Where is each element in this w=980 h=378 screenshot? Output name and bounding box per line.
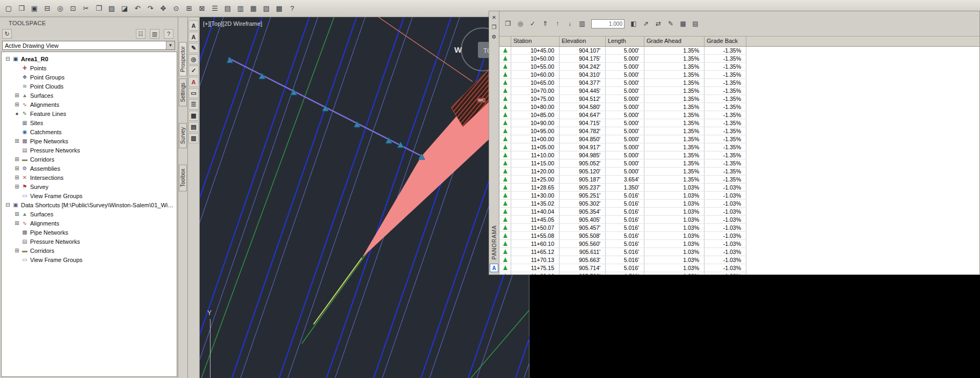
pan-button[interactable]: ✥	[157, 3, 169, 14]
table-row[interactable]: 10+70.00 904.445' 5.000' 1.35% -1.35%	[499, 87, 746, 95]
header-elevation[interactable]: Elevation	[560, 37, 606, 46]
save-button[interactable]: ▣	[28, 3, 40, 14]
expand-toggle-icon[interactable]: ⊟	[5, 202, 11, 208]
expand-toggle-icon[interactable]: ●	[14, 111, 20, 117]
tree-item[interactable]: ● ✎ Feature Lines	[2, 109, 177, 118]
tree-item[interactable]: ✚ Points	[2, 63, 177, 72]
active-drawing-view-dropdown[interactable]: Active Drawing View ▼	[2, 41, 175, 50]
drawing-viewport[interactable]: W TO [+][Top][2D Wireframe] WC Y	[200, 17, 529, 378]
table-row[interactable]: 11+50.07 905.457' 5.016' 1.03% -1.03%	[499, 224, 746, 232]
tab-settings[interactable]: Settings	[179, 78, 187, 106]
expand-toggle-icon[interactable]: ⊞	[14, 156, 20, 162]
expand-toggle-icon[interactable]: ⊞	[14, 184, 20, 190]
swap-button[interactable]: ⇄	[653, 18, 664, 29]
table-row[interactable]: 10+95.00 904.782' 5.000' 1.35% -1.35%	[499, 127, 746, 135]
justify-text-button[interactable]: ☰	[188, 99, 199, 110]
zoom-realtime-button[interactable]: ⊙	[170, 3, 182, 14]
sheetset-button[interactable]: ▦	[248, 3, 259, 14]
text-style-button[interactable]: A	[188, 77, 199, 87]
table-row[interactable]: 11+30.00 905.251' 5.016' 1.03% -1.03%	[499, 192, 746, 200]
redo-button[interactable]: ↷	[144, 3, 156, 14]
expand-toggle-icon[interactable]: ⊞	[14, 211, 20, 217]
tab-prospector[interactable]: Prospector	[179, 42, 187, 76]
table-row[interactable]: 11+28.65 905.237' 1.350' 1.03% -1.03%	[499, 184, 746, 192]
tab-survey[interactable]: Survey	[179, 123, 187, 148]
event-viewer-icon[interactable]: A	[490, 264, 498, 272]
table-row[interactable]: 11+55.08 905.508' 5.016' 1.03% -1.03%	[499, 232, 746, 240]
table-row[interactable]: 11+65.12 905.611' 5.016' 1.03% -1.03%	[499, 248, 746, 256]
tree-item[interactable]: ⊞ ▲ Surfaces	[2, 209, 177, 219]
chevron-down-icon[interactable]: ▼	[166, 41, 175, 49]
tree-item[interactable]: ▦ Sites	[2, 118, 177, 127]
table-row[interactable]: 10+85.00 904.647' 5.000' 1.35% -1.35%	[499, 111, 746, 119]
move-up-button[interactable]: ↑	[552, 18, 563, 29]
table-row[interactable]: 10+90.00 904.715' 5.000' 1.35% -1.35%	[499, 119, 746, 127]
match-properties-button[interactable]: ◪	[119, 3, 130, 14]
tree-item[interactable]: ⊞ ▩ Pipe Networks	[2, 136, 177, 146]
tree-item[interactable]: ◉ Catchments	[2, 127, 177, 136]
tree-item[interactable]: ≋ Point Clouds	[2, 82, 177, 91]
tree-item[interactable]: ▭ View Frame Groups	[2, 255, 177, 264]
table-row[interactable]: 11+35.02 905.302' 5.016' 1.03% -1.03%	[499, 200, 746, 208]
apply-button[interactable]: ✓	[527, 18, 538, 29]
designcenter-button[interactable]: ▤	[222, 3, 234, 14]
plot-button[interactable]: ⊟	[41, 3, 53, 14]
table-row[interactable]: 11+70.13 905.663' 5.016' 1.03% -1.03%	[499, 256, 746, 264]
mtext-button[interactable]: A	[188, 20, 199, 31]
undo-button[interactable]: ↶	[132, 3, 143, 14]
tab-toolbox[interactable]: Toolbox	[179, 164, 187, 191]
find-text-button[interactable]: ◎	[188, 54, 199, 64]
publish-button[interactable]: ⊡	[67, 3, 79, 14]
table-row[interactable]: 11+80.16 905.766' 1.511' 1.03% -1.03%	[499, 272, 746, 275]
table-row[interactable]: 10+50.00 904.175' 5.000' 1.35% -1.35%	[499, 55, 746, 63]
table-row[interactable]: 11+10.00 904.985' 5.000' 1.35% -1.35%	[499, 151, 746, 159]
select-grid-button[interactable]: ▦	[678, 18, 688, 29]
tree-item[interactable]: ⊞ ▬ Corridors	[2, 246, 177, 255]
table-row[interactable]: 10+45.00 904.107' 5.000' 1.35% -1.35%	[499, 47, 746, 55]
open-button[interactable]: ❒	[16, 3, 27, 14]
table-row[interactable]: 11+40.04 905.354' 5.016' 1.03% -1.03%	[499, 208, 746, 216]
single-line-text-button[interactable]: A	[188, 32, 199, 42]
table-button[interactable]: ▦	[188, 111, 199, 121]
expand-toggle-icon[interactable]: ⊟	[5, 56, 11, 62]
table-row[interactable]: 11+25.00 905.187' 3.654' 1.35% -1.35%	[499, 176, 746, 184]
zoom-to-button[interactable]: ◎	[515, 18, 526, 29]
tree-item[interactable]: ▩ Pipe Networks	[2, 228, 177, 237]
tree-item[interactable]: ⊞ ▲ Surfaces	[2, 91, 177, 100]
datalink-button[interactable]: ▥	[188, 133, 199, 143]
tree-item[interactable]: ⊞ ⚑ Survey	[2, 182, 177, 191]
tree-item[interactable]: ⊟ ▣ Area1_R0	[2, 54, 177, 63]
copy-to-clipboard-button[interactable]: ❐	[503, 18, 513, 29]
paste-button[interactable]: ▨	[106, 3, 118, 14]
close-icon[interactable]: ✕	[490, 13, 498, 21]
properties-button[interactable]: ☰	[209, 3, 221, 14]
tree-item[interactable]: ⊞ ✕ Intersections	[2, 173, 177, 182]
tree-item[interactable]: ⊞ ∿ Alignments	[2, 100, 177, 109]
markup-button[interactable]: ▧	[260, 3, 272, 14]
expand-toggle-icon[interactable]: ⊞	[14, 101, 20, 107]
header-grade-back[interactable]: Grade Back	[705, 37, 746, 46]
properties-gear-icon[interactable]: ⚙	[490, 33, 498, 40]
grid-view-button[interactable]: ▤	[690, 18, 701, 29]
qnew-button[interactable]: ▢	[3, 3, 14, 14]
move-down-button[interactable]: ↓	[564, 18, 575, 29]
plot-preview-button[interactable]: ◎	[54, 3, 66, 14]
header-grade-ahead[interactable]: Grade Ahead	[644, 37, 705, 46]
collapse-all-button[interactable]: ⇑	[540, 18, 550, 29]
table-row[interactable]: 10+75.00 904.512' 5.000' 1.35% -1.35%	[499, 95, 746, 103]
edit-text-button[interactable]: ✎	[188, 43, 199, 53]
table-row[interactable]: 11+00.00 904.850' 5.000' 1.35% -1.35%	[499, 135, 746, 143]
draw-button[interactable]: ✎	[665, 18, 676, 29]
copy-button[interactable]: ❐	[93, 3, 105, 14]
float-window-icon[interactable]: ❐	[490, 23, 498, 31]
table-row[interactable]: 11+60.10 905.560' 5.016' 1.03% -1.03%	[499, 240, 746, 248]
table-row[interactable]: 11+75.15 905.714' 5.016' 1.03% -1.03%	[499, 264, 746, 272]
quickcalc-button[interactable]: ▩	[273, 3, 285, 14]
header-length[interactable]: Length	[606, 37, 644, 46]
fill-button[interactable]: ◧	[628, 18, 639, 29]
toolspace-refresh-button[interactable]: ↻	[2, 29, 12, 39]
table-row[interactable]: 10+80.00 904.580' 5.000' 1.35% -1.35%	[499, 103, 746, 111]
scale-value-input[interactable]	[591, 19, 625, 28]
zoom-previous-button[interactable]: ⊠	[196, 3, 208, 14]
tree-item[interactable]: ⊟ ▣ Data Shortcuts [M:\Public\Survey\Win…	[2, 200, 177, 209]
